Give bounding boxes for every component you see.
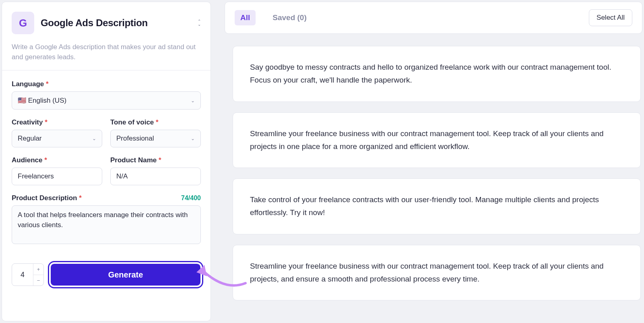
page-title: Google Ads Description <box>41 17 148 29</box>
result-card[interactable]: Streamline your freelance business with … <box>233 245 641 301</box>
title-row: G Google Ads Description ⌃ ⌄ <box>12 12 201 34</box>
quantity-value: 4 <box>12 264 33 286</box>
form-panel: G Google Ads Description ⌃ ⌄ Write a Goo… <box>2 2 211 321</box>
tabs-bar: All Saved (0) Select All <box>225 2 642 34</box>
tone-select[interactable]: Professional ⌄ <box>110 130 201 147</box>
language-select[interactable]: 🇺🇸 English (US) ⌄ <box>12 91 201 110</box>
audience-label: Audience * <box>12 156 102 164</box>
product-name-label: Product Name * <box>110 156 201 164</box>
quantity-plus-icon[interactable]: + <box>33 264 43 275</box>
product-desc-field: Product Description * 74/400 <box>12 194 201 244</box>
language-field: Language * 🇺🇸 English (US) ⌄ <box>12 80 201 110</box>
chevron-down-icon: ⌄ <box>191 136 195 141</box>
select-all-button[interactable]: Select All <box>589 9 632 26</box>
creativity-value: Regular <box>18 135 42 143</box>
product-name-field: Product Name * <box>110 156 201 185</box>
audience-input[interactable] <box>12 168 102 185</box>
tone-value: Professional <box>116 135 154 143</box>
tabs-group: All Saved (0) <box>235 10 312 25</box>
results-panel: All Saved (0) Select All Say goodbye to … <box>225 2 642 321</box>
results-list: Say goodbye to messy contracts and hello… <box>225 46 642 302</box>
product-desc-textarea[interactable] <box>12 205 201 244</box>
audience-field: Audience * <box>12 156 102 185</box>
result-card[interactable]: Say goodbye to messy contracts and hello… <box>233 46 641 102</box>
tab-all[interactable]: All <box>235 10 256 25</box>
result-card[interactable]: Streamline your freelance business with … <box>233 112 641 168</box>
google-logo-icon: G <box>12 12 34 34</box>
language-value: 🇺🇸 English (US) <box>18 96 66 105</box>
panel-description: Write a Google Ads description that make… <box>12 42 201 62</box>
product-desc-label: Product Description * <box>12 194 82 202</box>
panel-header: G Google Ads Description ⌃ ⌄ Write a Goo… <box>2 2 211 70</box>
char-count: 74/400 <box>181 195 201 202</box>
generate-button[interactable]: Generate <box>50 263 201 286</box>
chevron-down-icon: ⌄ <box>92 136 96 141</box>
chevron-down-icon: ⌄ <box>191 98 195 104</box>
expand-toggle[interactable]: ⌃ ⌄ <box>198 20 201 26</box>
language-label: Language * <box>12 80 201 88</box>
product-name-input[interactable] <box>110 168 201 185</box>
creativity-select[interactable]: Regular ⌄ <box>12 130 102 147</box>
tab-saved[interactable]: Saved (0) <box>267 10 312 25</box>
tone-field: Tone of voice * Professional ⌄ <box>110 118 201 147</box>
quantity-minus-icon[interactable]: − <box>33 275 43 286</box>
creativity-label: Creativity * <box>12 118 102 126</box>
tone-label: Tone of voice * <box>110 118 201 126</box>
chevron-down-icon: ⌄ <box>198 23 201 26</box>
form-body: Language * 🇺🇸 English (US) ⌄ Creativity … <box>2 70 211 254</box>
quantity-stepper[interactable]: 4 + − <box>12 263 44 286</box>
generate-row: 4 + − Generate <box>2 254 211 296</box>
creativity-field: Creativity * Regular ⌄ <box>12 118 102 147</box>
result-card[interactable]: Take control of your freelance contracts… <box>233 178 641 234</box>
